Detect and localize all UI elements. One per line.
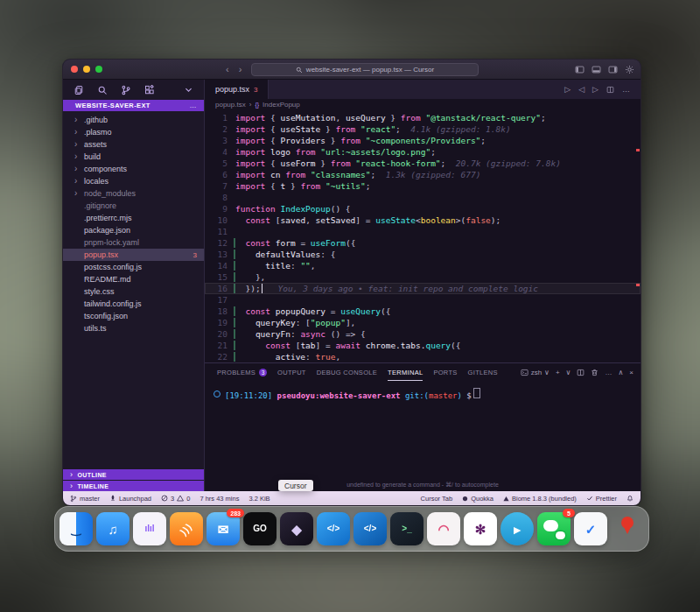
next-change-icon[interactable]: ▷ [592,85,598,94]
dock-app-audio-white[interactable]: ılıl [133,512,166,545]
statusbar-item-3-2-kib[interactable]: 3.2 KiB [248,495,270,503]
terminal-shell-select[interactable]: zsh ∨ [521,369,550,376]
run-icon[interactable]: ▷ [564,85,570,94]
toggle-secondary-sidebar-icon[interactable] [608,65,618,74]
statusbar-item-launchpad[interactable]: Launchpad [109,495,151,503]
line-number: 15 [205,271,235,283]
tree-item-.prettierrc.mjs[interactable]: .prettierrc.mjs [63,212,204,224]
tree-item-tailwind.config.js[interactable]: tailwind.config.js [63,298,204,310]
chevron-down-icon[interactable] [184,85,193,95]
source-control-icon[interactable] [121,85,131,95]
tree-item-popup.tsx[interactable]: popup.tsx3 [63,249,204,261]
code-text: const [tab] = await chrome.tabs.query({ [235,340,461,351]
more-actions-icon[interactable]: … [622,85,630,94]
settings-gear-icon[interactable] [625,65,634,74]
arc-icon: ◠ [438,523,449,536]
dock-app-finder[interactable]: ‿ [60,512,93,545]
statusbar-item-master[interactable]: master [70,495,100,503]
breadcrumb-file[interactable]: popup.tsx [215,101,246,109]
extensions-icon[interactable] [144,85,155,95]
dock-app-vscode[interactable]: </> [317,512,350,545]
chevron-right-icon: › [74,165,77,173]
tree-item-README.md[interactable]: README.md [63,273,204,285]
panel-tab-output[interactable]: OUTPUT [277,363,306,381]
dock-app-music-blue[interactable]: ♫ [96,512,130,545]
panel-tab-gitlens[interactable]: GITLENS [468,363,498,381]
git-change-indicator [234,250,235,259]
panel-tab-label: OUTPUT [277,369,306,376]
dock-app-pin[interactable] [611,512,644,545]
tree-item-tsconfig.json[interactable]: tsconfig.json [63,310,204,322]
dock-app-terminal-dark[interactable]: >_ [390,512,424,545]
file-label: .github [84,116,108,124]
dock-app-things[interactable]: ✓ [574,512,607,545]
terminal-icon [521,369,528,376]
tree-item-pnpm-lock.yaml[interactable]: pnpm-lock.yaml [63,236,204,249]
chevron-right-icon: › [70,482,73,490]
panel-tab-terminal[interactable]: TERMINAL [388,363,423,381]
tree-item-assets[interactable]: ›assets [63,138,204,151]
tree-item-.github[interactable]: ›.github [63,114,204,126]
statusbar-item-prettier[interactable]: Prettier [586,495,617,503]
explorer-icon[interactable] [74,85,84,95]
new-terminal-icon[interactable]: + [556,369,560,376]
outline-label: OUTLINE [77,472,107,478]
panel-more-icon[interactable]: … [605,369,612,376]
tree-item-utils.ts[interactable]: utils.ts [63,322,204,334]
command-center-search[interactable]: website-saver-ext — popup.tsx — Cursor [251,63,479,76]
dock-app-rss[interactable]: ))) [170,512,203,545]
dock-app-arc[interactable]: ◠ [427,512,460,545]
dock-app-mail[interactable]: ✉283 [206,512,240,545]
panel-tab-ports[interactable]: PORTS [433,363,457,381]
breadcrumb[interactable]: popup.tsx › {} IndexPopup [205,99,640,110]
tree-item-.plasmo[interactable]: ›.plasmo [63,126,204,138]
tab-popup-tsx[interactable]: popup.tsx 3 [205,80,269,99]
tree-item-package.json[interactable]: package.json [63,224,204,236]
statusbar-item-bell[interactable] [626,495,634,502]
dock-app-telegram[interactable]: ▸ [500,512,534,545]
tree-item-components[interactable]: ›components [63,163,204,175]
toggle-panel-icon[interactable] [592,65,601,74]
history-back-icon[interactable]: ‹ [226,65,229,74]
minimize-window-button[interactable] [83,66,90,73]
outline-section-header[interactable]: › OUTLINE [63,469,204,480]
more-actions-icon[interactable]: … [190,102,197,109]
prev-change-icon[interactable]: ◁ [578,85,584,94]
dock-app-go[interactable]: GO [243,512,276,545]
close-panel-icon[interactable]: × [629,369,634,376]
statusbar-item-3[interactable]: 30 [161,495,190,503]
file-label: pnpm-lock.yaml [84,238,139,247]
dock-app-cursor[interactable]: ◆ [280,512,313,545]
breadcrumb-symbol[interactable]: IndexPopup [262,101,300,109]
split-editor-icon[interactable] [606,86,614,94]
toggle-sidebar-icon[interactable] [575,65,584,74]
dock-app-slack[interactable]: ✻ [464,512,497,545]
dock-app-wechat[interactable]: 5 [537,512,570,545]
split-terminal-icon[interactable] [577,369,584,376]
search-icon[interactable] [97,85,108,95]
code-area[interactable]: 1import { useMutation, useQuery } from "… [205,110,640,362]
kill-terminal-icon[interactable] [591,369,598,376]
timeline-section-header[interactable]: › TIMELINE [63,481,204,491]
tree-item-build[interactable]: ›build [63,151,204,163]
explorer-section-header[interactable]: WEBSITE-SAVER-EXT … [63,100,204,111]
panel-tab-debug-console[interactable]: DEBUG CONSOLE [317,363,377,381]
terminal-dropdown-icon[interactable]: ∨ [566,369,571,376]
tree-item-.gitignore[interactable]: .gitignore [63,200,204,212]
statusbar-item-cursor-tab[interactable]: Cursor Tab [421,495,453,503]
statusbar-item-quokka[interactable]: Quokka [462,495,494,503]
dock-app-vscode-2[interactable]: </> [354,512,387,545]
window-title: website-saver-ext — popup.tsx — Cursor [306,66,434,74]
tree-item-postcss.config.js[interactable]: postcss.config.js [63,261,204,273]
history-forward-icon[interactable]: › [239,65,242,74]
statusbar-item-biome-1-8-3-bundled-[interactable]: Biome 1.8.3 (bundled) [503,495,577,503]
terminal[interactable]: [19:11:20] pseudoyu:website-saver-ext gi… [205,381,640,491]
tree-item-locales[interactable]: ›locales [63,175,204,187]
panel-tab-problems[interactable]: PROBLEMS3 [217,363,267,381]
statusbar-item-7-hrs-43-mins[interactable]: 7 hrs 43 mins [200,495,239,503]
maximize-panel-icon[interactable]: ∧ [618,369,623,376]
tree-item-node_modules[interactable]: ›node_modules [63,187,204,200]
tree-item-style.css[interactable]: style.css [63,285,204,298]
zoom-window-button[interactable] [95,66,102,73]
close-window-button[interactable] [71,66,78,73]
